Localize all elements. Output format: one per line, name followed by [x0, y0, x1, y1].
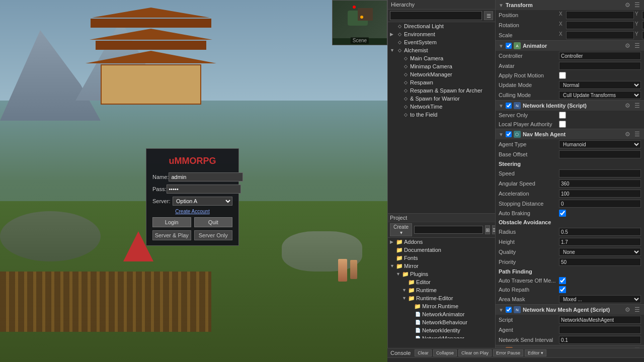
- console-editor-btn[interactable]: Editor ▾: [525, 349, 546, 356]
- server-only-button[interactable]: Server Only: [194, 230, 233, 240]
- avatar-value[interactable]: [559, 62, 641, 70]
- project-item-plugins[interactable]: ▼ 📁 Plugins: [388, 270, 495, 278]
- hierarchy-item-spawn-archer[interactable]: ◇ Respawn & Spawn for Archer: [388, 86, 495, 95]
- apply-root-check[interactable]: [559, 72, 566, 79]
- autobrake-check[interactable]: [559, 210, 566, 217]
- nn-enable[interactable]: [506, 307, 512, 313]
- project-item-documentation[interactable]: 📁 Documentation: [388, 246, 495, 254]
- hierarchy-item-networktime[interactable]: ◇ NetworkTime: [388, 103, 495, 111]
- ni-enable[interactable]: [506, 103, 512, 109]
- local-player-check[interactable]: [559, 121, 566, 128]
- hierarchy-item-alchemist[interactable]: ▼ ◇ Alchemist: [388, 46, 495, 54]
- hierarchy-options-btn[interactable]: ☰: [484, 11, 493, 20]
- auto-traverse-check[interactable]: [559, 277, 566, 284]
- project-item-addons[interactable]: ▶ 📁 Addons: [388, 238, 495, 246]
- network-identity-section: ▼ N Network Identity (Script) ⚙ ☰ Server…: [496, 101, 644, 129]
- server-select[interactable]: Option A: [173, 197, 232, 206]
- transform-arrow[interactable]: ▼: [499, 3, 504, 8]
- rotation-value: X Y Z: [559, 21, 644, 29]
- create-account-link[interactable]: Create Account: [152, 209, 232, 214]
- project-item-mirror[interactable]: ▼ 📁 Mirror: [388, 262, 495, 270]
- hierarchy-item-environment[interactable]: ▶ ◇ Environment: [388, 30, 495, 38]
- priority-input[interactable]: 50: [559, 258, 641, 266]
- base-offset-row: Base Offset: [496, 149, 644, 159]
- hierarchy-item-directional-light[interactable]: ◇ Directional Light: [388, 22, 495, 30]
- nn-agent-label: Agent: [499, 327, 559, 333]
- hierarchy-item-minimap-camera[interactable]: ◇ Minimap Camera: [388, 62, 495, 70]
- animator-menu[interactable]: ☰: [633, 42, 641, 49]
- rotation-x[interactable]: [566, 21, 634, 29]
- ni-arrow[interactable]: ▼: [499, 103, 504, 109]
- nav-gear[interactable]: ⚙: [624, 131, 631, 138]
- stopping-input[interactable]: 0: [559, 200, 641, 208]
- nav-menu[interactable]: ☰: [633, 131, 641, 138]
- animator-gear[interactable]: ⚙: [624, 42, 631, 49]
- project-item-networkmanager2[interactable]: 📄 NetworkManager: [388, 334, 495, 338]
- hierarchy-item-main-camera[interactable]: ◇ Main Camera: [388, 54, 495, 62]
- transform-section: ▼ Transform ⚙ ☰ Position X Y Z: [496, 0, 644, 41]
- login-button[interactable]: Login: [152, 217, 191, 227]
- rotation-y[interactable]: [642, 21, 644, 29]
- quality-select[interactable]: None: [559, 248, 641, 256]
- create-button[interactable]: Create ▾: [390, 223, 412, 236]
- height-input[interactable]: 1.7: [559, 238, 641, 246]
- go-icon: ◇: [402, 111, 409, 118]
- animator-arrow[interactable]: ▼: [499, 43, 504, 49]
- base-offset-input[interactable]: [559, 150, 641, 158]
- server-play-button[interactable]: Server & Play: [152, 230, 191, 240]
- project-item-networkbehaviour[interactable]: 📄 NetworkBehaviour: [388, 318, 495, 326]
- auto-traverse-label: Auto Traverse Off Me...: [499, 278, 559, 284]
- server-only-check[interactable]: [559, 112, 566, 119]
- acceleration-input[interactable]: 100: [559, 190, 641, 198]
- hierarchy-search[interactable]: [390, 11, 482, 20]
- project-item-fonts[interactable]: 📁 Fonts: [388, 254, 495, 262]
- hierarchy-item-networkmanager[interactable]: ◇ NetworkManager: [388, 70, 495, 78]
- transform-gear[interactable]: ⚙: [624, 2, 631, 9]
- ni-menu[interactable]: ☰: [633, 102, 641, 109]
- radius-input[interactable]: 0.5: [559, 228, 641, 236]
- project-item-runtime[interactable]: ▼ 📁 Runtime: [388, 286, 495, 294]
- nn-script-value[interactable]: NetworkNavMeshAgent: [559, 316, 641, 324]
- animator-enable[interactable]: [506, 43, 512, 49]
- hierarchy-item-spawn-warrior[interactable]: ◇ & Spawn for Warrior: [388, 95, 495, 103]
- hierarchy-item-eventsystem[interactable]: ◇ EventSystem: [388, 38, 495, 46]
- nav-arrow[interactable]: ▼: [499, 132, 504, 137]
- update-mode-select[interactable]: Normal: [559, 81, 641, 89]
- hierarchy-item-to-field[interactable]: ◇ to the Field: [388, 111, 495, 119]
- quit-button[interactable]: Quit: [194, 217, 233, 227]
- nn-arrow[interactable]: ▼: [499, 307, 504, 313]
- transform-title: Transform: [506, 2, 622, 8]
- position-y[interactable]: [642, 11, 644, 19]
- project-item-networkidentity[interactable]: 📄 NetworkIdentity: [388, 326, 495, 334]
- area-mask-select[interactable]: Mixed ...: [559, 295, 641, 303]
- agent-type-select[interactable]: Humanoid: [559, 140, 641, 148]
- console-error-pause-btn[interactable]: Error Pause: [496, 349, 523, 356]
- project-layout-btn[interactable]: ⊞: [485, 225, 490, 234]
- culling-select[interactable]: Cull Update Transforms: [559, 91, 641, 99]
- speed-input[interactable]: [559, 169, 641, 177]
- project-options-btn[interactable]: ☰: [492, 225, 496, 234]
- auto-repath-check[interactable]: [559, 286, 566, 293]
- angular-speed-input[interactable]: 360: [559, 179, 641, 188]
- project-item-runtime-editor[interactable]: ▼ 📁 Runtime-Editor: [388, 294, 495, 302]
- nav-enable[interactable]: [506, 131, 512, 137]
- nn-gear[interactable]: ⚙: [624, 306, 631, 313]
- name-input[interactable]: [169, 172, 243, 182]
- hierarchy-item-respawn[interactable]: ◇ Respawn: [388, 78, 495, 86]
- project-item-networkanimator[interactable]: 📄 NetworkAnimator: [388, 310, 495, 318]
- project-item-mirror-runtime[interactable]: 📁 Mirror.Runtime: [388, 302, 495, 310]
- script-icon: 📄: [414, 311, 421, 318]
- go-icon: ◇: [402, 103, 409, 110]
- position-x[interactable]: [566, 11, 634, 19]
- ni-gear[interactable]: ⚙: [624, 102, 631, 109]
- project-search[interactable]: [414, 226, 483, 234]
- nn-agent-value[interactable]: [559, 326, 641, 334]
- nn-interval-value[interactable]: 0.1: [559, 336, 641, 344]
- nn-menu[interactable]: ☰: [633, 306, 641, 313]
- controller-value[interactable]: Controller: [559, 52, 641, 60]
- scale-y[interactable]: [642, 31, 644, 39]
- transform-menu[interactable]: ☰: [633, 2, 641, 9]
- scale-x[interactable]: [566, 31, 634, 39]
- pass-input[interactable]: [167, 185, 241, 194]
- project-item-editor[interactable]: 📁 Editor: [388, 278, 495, 286]
